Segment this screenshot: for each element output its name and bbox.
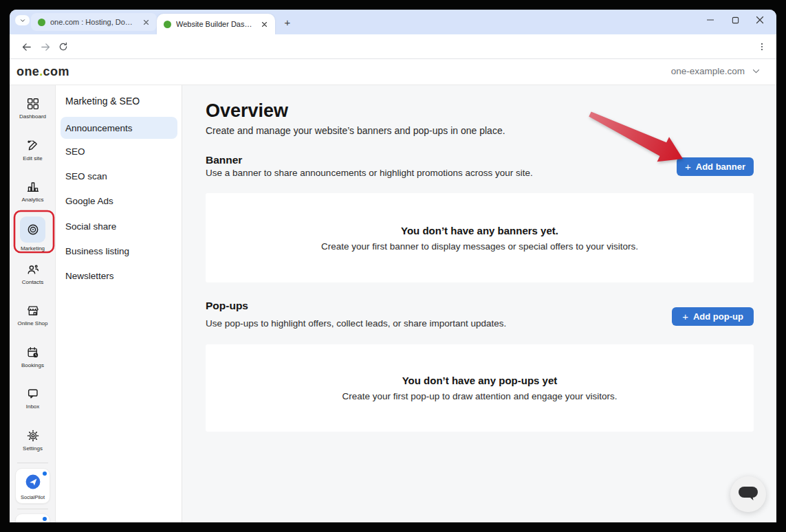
bookings-icon xyxy=(26,346,40,359)
dashboard-icon xyxy=(26,97,40,111)
sidebar-divider xyxy=(17,509,48,509)
sidebar-item-online-shop[interactable]: Online Shop xyxy=(10,304,56,326)
marketing-active-tile xyxy=(20,217,45,243)
app-body: Dashboard Edit site Analytics Marketing … xyxy=(10,85,776,522)
socialpilot-icon xyxy=(24,473,42,491)
popups-section-heading: Pop-ups xyxy=(206,300,248,312)
dashboard-favicon xyxy=(164,21,171,28)
sidebar-item-edit-site[interactable]: Edit site xyxy=(10,139,56,162)
banner-section-heading: Banner xyxy=(206,154,242,166)
chevron-down-icon xyxy=(751,66,761,76)
popups-empty-state: You don’t have any pop-ups yet Create yo… xyxy=(206,344,754,432)
chevron-down-icon xyxy=(19,17,26,24)
new-tab-button[interactable]: + xyxy=(281,15,294,29)
plus-icon: + xyxy=(682,311,688,322)
sidebar-item-settings[interactable]: Settings xyxy=(10,429,56,452)
notification-dot xyxy=(43,472,47,476)
sidebar-divider xyxy=(17,463,48,463)
menu-item-seo[interactable]: SEO xyxy=(65,146,85,157)
sidebar-item-inbox[interactable]: Inbox xyxy=(10,387,56,410)
banner-empty-text: Create your first banner to display mess… xyxy=(321,241,638,252)
browser-window: one.com : Hosting, Domain, Em Website Bu… xyxy=(10,10,776,522)
popups-empty-text: Create your first pop-up to draw attenti… xyxy=(342,391,618,401)
tab-title: Website Builder Dashboard xyxy=(176,20,254,28)
settings-gear-icon xyxy=(26,429,40,443)
tab-website-builder[interactable]: Website Builder Dashboard xyxy=(157,14,275,34)
popups-empty-title: You don’t have any pop-ups yet xyxy=(402,375,558,386)
notification-dot xyxy=(43,517,47,521)
popups-section-description: Use pop-ups to highlight offers, collect… xyxy=(206,318,506,329)
online-shop-icon xyxy=(26,304,40,318)
chat-bubble-icon xyxy=(738,486,758,502)
tab-close-icon[interactable] xyxy=(141,17,151,27)
marketing-target-icon xyxy=(25,222,41,237)
menu-item-social-share[interactable]: Social share xyxy=(65,221,116,232)
page-title: Overview xyxy=(206,100,288,122)
menu-item-seo-scan[interactable]: SEO scan xyxy=(65,171,107,181)
main-content: Overview Create and manage your website’… xyxy=(182,85,776,522)
menu-item-google-ads[interactable]: Google Ads xyxy=(65,196,113,206)
close-button[interactable] xyxy=(747,11,772,29)
tab-onecom[interactable]: one.com : Hosting, Domain, Em xyxy=(31,13,157,31)
sidebar-item-analytics[interactable]: Analytics xyxy=(10,180,56,203)
plus-icon: + xyxy=(685,162,691,172)
banner-empty-title: You don’t have any banners yet. xyxy=(401,225,558,236)
browser-menu-icon[interactable] xyxy=(756,40,768,54)
sidebar-item-contacts[interactable]: Contacts xyxy=(10,263,56,285)
app-icon xyxy=(24,518,42,522)
sidebar-item-dashboard[interactable]: Dashboard xyxy=(10,97,56,120)
primary-sidebar: Dashboard Edit site Analytics Marketing … xyxy=(10,85,56,522)
plus-icon: + xyxy=(285,16,291,28)
chat-widget-button[interactable] xyxy=(730,476,766,512)
app-header: one.com one-example.com xyxy=(10,59,776,85)
contacts-icon xyxy=(26,263,40,276)
menu-item-newsletters[interactable]: Newsletters xyxy=(65,271,114,281)
sidebar-item-bookings[interactable]: Bookings xyxy=(10,346,56,368)
banner-section-description: Use a banner to share announcements or h… xyxy=(206,168,533,178)
site-selector-label: one-example.com xyxy=(671,66,745,76)
app-card-socialpilot[interactable]: SocialPilot xyxy=(15,468,50,504)
menu-item-business-listing[interactable]: Business listing xyxy=(65,246,129,256)
add-popup-button[interactable]: +Add pop-up xyxy=(672,307,754,326)
screenshot-frame: one.com : Hosting, Domain, Em Website Bu… xyxy=(0,0,786,532)
edit-site-icon xyxy=(26,139,40,153)
site-selector-dropdown[interactable]: one-example.com xyxy=(671,66,761,76)
onecom-logo[interactable]: one.com xyxy=(17,65,69,79)
analytics-icon xyxy=(26,180,40,194)
tab-strip: one.com : Hosting, Domain, Em Website Bu… xyxy=(10,10,776,34)
reload-button[interactable] xyxy=(56,40,70,54)
minimize-button[interactable] xyxy=(698,11,723,29)
menu-item-announcements[interactable]: Announcements xyxy=(61,117,177,139)
add-banner-button[interactable]: +Add banner xyxy=(677,157,754,176)
tab-close-icon[interactable] xyxy=(259,19,270,30)
maximize-button[interactable] xyxy=(723,11,747,29)
page-subtitle: Create and manage your website’s banners… xyxy=(206,125,505,136)
tab-search-button[interactable] xyxy=(15,15,30,25)
back-button[interactable] xyxy=(19,40,33,54)
forward-button[interactable] xyxy=(39,40,52,54)
window-controls xyxy=(698,11,772,29)
onecom-favicon xyxy=(38,19,45,26)
sidebar-item-marketing[interactable]: Marketing xyxy=(10,217,56,252)
menu-header: Marketing & SEO xyxy=(65,96,140,107)
app-card-partial[interactable] xyxy=(15,513,50,522)
tab-title: one.com : Hosting, Domain, Em xyxy=(50,18,136,26)
browser-toolbar: websitebuilder.one.com/dashboard/marketi… xyxy=(10,34,776,59)
inbox-chat-icon xyxy=(26,387,40,401)
banner-empty-state: You don’t have any banners yet. Create y… xyxy=(206,193,754,282)
marketing-menu: Marketing & SEO Announcements SEO SEO sc… xyxy=(56,85,182,522)
